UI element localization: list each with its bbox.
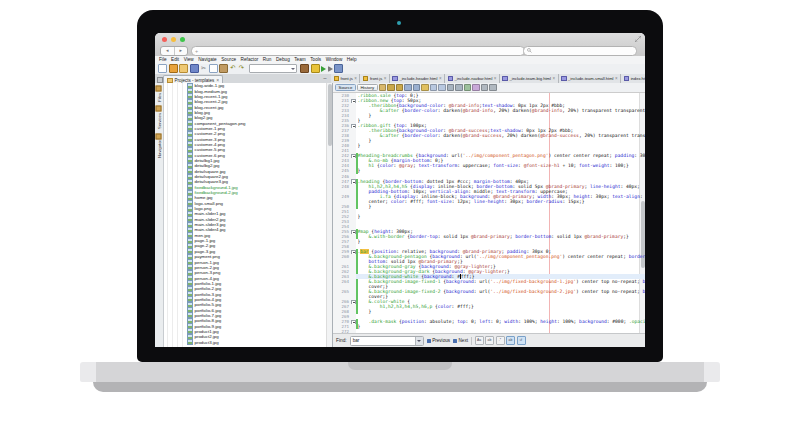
- sidebar-tab-navigator[interactable]: Navigator: [156, 134, 162, 158]
- find-previous-button[interactable]: Previous: [427, 338, 450, 343]
- editor-tab-label: front.js: [370, 76, 382, 81]
- line-number[interactable]: 272: [333, 329, 351, 333]
- tree-item[interactable]: product3.jpg: [164, 340, 327, 345]
- zoom-window-button[interactable]: [180, 37, 185, 42]
- menu-navigate[interactable]: Navigate: [198, 57, 217, 62]
- tree-item-label: portfolio-2.jpg: [195, 286, 222, 291]
- copy-icon[interactable]: [209, 64, 218, 73]
- code-editor[interactable]: 230.ribbon.sale {top: 0;}231.ribbon.new …: [333, 93, 645, 333]
- redo-icon[interactable]: ↷: [238, 65, 245, 72]
- uncomment-icon[interactable]: [455, 84, 463, 92]
- tree-item-label: product1.jpg: [195, 329, 219, 334]
- tree-item-label: fixedbackground-1.jpg: [195, 185, 238, 190]
- match-case-toggle[interactable]: Aa: [475, 336, 484, 345]
- close-tab-icon[interactable]: ×: [494, 76, 497, 81]
- tree-scrollbar[interactable]: [326, 83, 332, 347]
- find-dropdown-arrow-icon[interactable]: [415, 337, 423, 345]
- add-bookmark-icon[interactable]: +: [195, 48, 198, 54]
- forward-icon[interactable]: [396, 84, 404, 92]
- clean-icon[interactable]: [311, 64, 320, 73]
- menu-file[interactable]: File: [159, 57, 167, 62]
- indent-right-icon[interactable]: [489, 84, 497, 92]
- wrap-search-toggle[interactable]: ↺: [517, 336, 526, 345]
- history-view-button[interactable]: History: [357, 84, 378, 91]
- last-edit-icon[interactable]: [379, 84, 387, 92]
- address-bar-input[interactable]: +: [191, 46, 525, 56]
- find-next-button[interactable]: Next: [453, 338, 468, 343]
- config-combo[interactable]: [249, 64, 297, 73]
- find-input[interactable]: bar: [350, 336, 424, 346]
- forward-icon[interactable]: ▸: [175, 47, 188, 55]
- highlight-results-toggle[interactable]: ab: [506, 336, 515, 345]
- menu-run[interactable]: Run: [263, 57, 272, 62]
- minimize-window-button[interactable]: [171, 37, 176, 42]
- close-tab-icon[interactable]: ×: [439, 76, 442, 81]
- find-bar: Find: bar Previous Next Aaab.*ab↺: [333, 333, 645, 347]
- sidebar-tab-services[interactable]: Services: [156, 106, 162, 129]
- left-vertical-tab-strip: FilesServicesNavigator: [155, 83, 164, 347]
- close-tab-icon[interactable]: ×: [615, 76, 618, 81]
- paste-icon[interactable]: [219, 64, 228, 73]
- menu-debug[interactable]: Debug: [276, 57, 290, 62]
- menu-help[interactable]: Help: [347, 57, 357, 62]
- editor-tab-front.js[interactable]: front.js×: [360, 74, 389, 83]
- tree-item-label: logo.png: [195, 206, 212, 211]
- resize-icon[interactable]: [635, 36, 641, 42]
- close-tab-icon[interactable]: ×: [384, 76, 387, 81]
- find-selection-icon[interactable]: [404, 84, 412, 92]
- new-file-icon[interactable]: [158, 64, 167, 73]
- editor-tab-_include-team-big.html[interactable]: _include-team-big.html×: [500, 74, 559, 83]
- editor-tab-_include-header.html[interactable]: _include-header.html×: [390, 74, 445, 83]
- window-titlebar[interactable]: ◂ ▸ +: [155, 33, 645, 57]
- editor-tab-_include-navbar.html[interactable]: _include-navbar.html×: [445, 74, 500, 83]
- back-icon[interactable]: [387, 84, 395, 92]
- close-tab-icon[interactable]: ×: [552, 76, 555, 81]
- editor-tab-index.html[interactable]: index.html×: [621, 74, 645, 83]
- open-project-icon[interactable]: [179, 64, 188, 73]
- build-icon[interactable]: [300, 64, 309, 73]
- search-input[interactable]: [523, 46, 637, 56]
- fold-margin[interactable]: [351, 329, 356, 333]
- editor-tab-_include-team-small.html[interactable]: _include-team-small.html×: [559, 74, 622, 83]
- back-icon[interactable]: ◂: [161, 47, 175, 55]
- menu-refactor[interactable]: Refactor: [241, 57, 259, 62]
- save-all-icon[interactable]: [190, 64, 199, 73]
- tree-item-label: portfolio-7.jpg: [195, 313, 222, 318]
- source-view-button[interactable]: Source: [335, 84, 356, 91]
- menu-source[interactable]: Source: [221, 57, 236, 62]
- check-file-icon[interactable]: [464, 84, 472, 92]
- previous-bookmark-icon[interactable]: [430, 84, 438, 92]
- debug-icon[interactable]: [328, 66, 333, 72]
- toggle-highlight-icon[interactable]: [421, 84, 429, 92]
- undo-icon[interactable]: ↶: [230, 65, 237, 72]
- code-line[interactable]: 272: [333, 329, 645, 333]
- close-tab-icon[interactable]: ×: [354, 76, 357, 81]
- menu-tools[interactable]: Tools: [310, 57, 321, 62]
- profile-icon[interactable]: [334, 64, 343, 73]
- find-occurrences-icon[interactable]: [413, 84, 421, 92]
- regex-toggle[interactable]: .*: [496, 336, 505, 345]
- run-icon[interactable]: [321, 66, 326, 72]
- sidebar-tab-files[interactable]: Files: [156, 86, 162, 101]
- new-project-icon[interactable]: [169, 64, 178, 73]
- menu-edit[interactable]: Edit: [171, 57, 179, 62]
- menu-team[interactable]: Team: [294, 57, 305, 62]
- tree-scrollbar-thumb[interactable]: [328, 84, 332, 146]
- menu-window[interactable]: Window: [326, 57, 343, 62]
- tree-item-label: portfolio-8.jpg: [195, 318, 222, 323]
- whole-words-toggle[interactable]: ab: [485, 336, 494, 345]
- next-bookmark-icon[interactable]: [438, 84, 446, 92]
- indent-left-icon[interactable]: [481, 84, 489, 92]
- projects-tab-label: Projects - templates: [175, 78, 215, 83]
- menu-view[interactable]: View: [184, 57, 194, 62]
- code-text[interactable]: [358, 329, 646, 333]
- file-tree[interactable]: blog-wide-1.jpgblog-medium.jpgblog-recen…: [164, 83, 327, 347]
- apply-fix-icon[interactable]: [472, 84, 480, 92]
- tree-item-label: men.jpg: [195, 233, 211, 238]
- close-window-button[interactable]: [162, 37, 167, 42]
- editor-tab-front.js[interactable]: front.js×: [331, 74, 360, 83]
- cut-icon[interactable]: ✂: [200, 65, 207, 72]
- comment-icon[interactable]: [447, 84, 455, 92]
- minimize-panel-icon[interactable]: −: [323, 75, 327, 82]
- back-forward-buttons[interactable]: ◂ ▸: [160, 46, 188, 56]
